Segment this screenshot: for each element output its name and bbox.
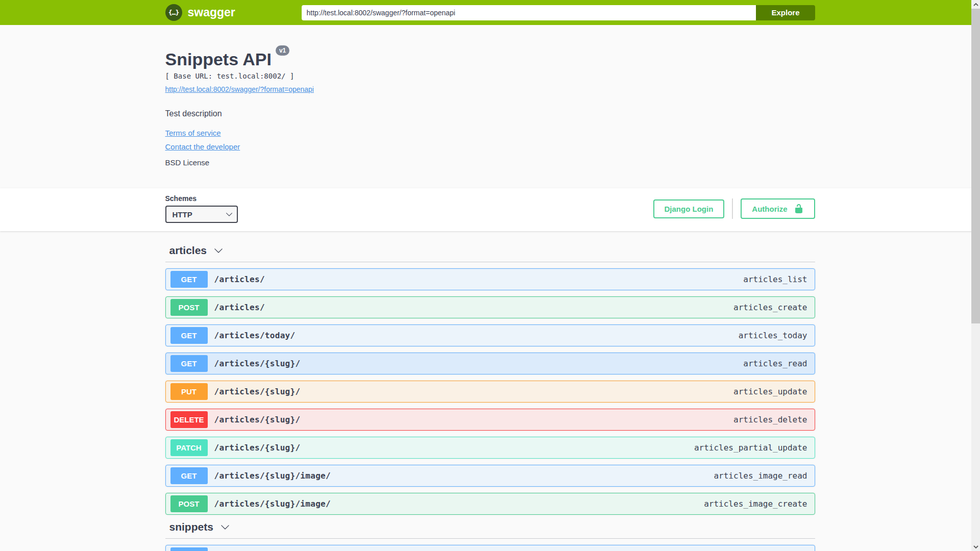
topbar: {…} swagger Explore: [0, 0, 980, 25]
page-title: Snippets API: [165, 49, 272, 69]
spec-link[interactable]: http://test.local:8002/swagger/?format=o…: [165, 85, 314, 93]
tag-name: articles: [169, 244, 207, 257]
method-badge: GET: [170, 327, 208, 344]
operation-row[interactable]: GET /snippets/ snippets_list: [165, 545, 815, 551]
operation-id: articles_read: [743, 359, 807, 368]
base-url-text: [ Base URL: test.local:8002/ ]: [165, 72, 815, 80]
scheme-select[interactable]: HTTP: [165, 206, 238, 223]
api-description: Test description: [165, 109, 815, 118]
tag-name: snippets: [169, 521, 213, 533]
operation-id: articles_update: [733, 387, 807, 396]
method-badge: GET: [170, 467, 208, 484]
chevron-down-icon: [220, 522, 230, 532]
api-info-section: Snippets APIv1 [ Base URL: test.local:80…: [0, 25, 980, 188]
operation-id: articles_create: [733, 303, 807, 312]
scroll-down-arrow-icon[interactable]: [971, 542, 980, 551]
operation-path: /articles/today/: [214, 331, 296, 340]
auth-wrapper: Django Login Authorize: [653, 198, 815, 219]
scrollbar-thumb[interactable]: [971, 9, 980, 323]
operation-id: articles_image_create: [704, 499, 807, 509]
operation-row[interactable]: POST /articles/{slug}/image/ articles_im…: [165, 493, 815, 515]
operation-row[interactable]: PUT /articles/{slug}/ articles_update: [165, 381, 815, 403]
terms-of-service-link[interactable]: Terms of service: [165, 129, 221, 137]
django-login-button[interactable]: Django Login: [653, 199, 725, 218]
authorize-label: Authorize: [752, 205, 787, 213]
vertical-scrollbar: [971, 0, 980, 551]
tag-section-header[interactable]: articles: [165, 244, 815, 262]
swagger-logo-icon: {…}: [165, 4, 182, 21]
method-badge: GET: [170, 355, 208, 372]
operation-row[interactable]: DELETE /articles/{slug}/ articles_delete: [165, 409, 815, 431]
operation-path: /articles/{slug}/: [214, 359, 301, 368]
explore-button[interactable]: Explore: [756, 5, 815, 20]
scheme-section: Schemes HTTP Django Login Authorize: [0, 188, 980, 231]
operation-row[interactable]: PATCH /articles/{slug}/ articles_partial…: [165, 437, 815, 459]
unlock-icon: [794, 204, 804, 214]
tag-section: snippets GET /snippets/ snippets_list: [165, 521, 815, 551]
method-badge: PUT: [170, 383, 208, 400]
operation-id: articles_image_read: [714, 471, 807, 481]
method-badge: GET: [170, 271, 208, 288]
authorize-button[interactable]: Authorize: [741, 198, 815, 219]
operation-row[interactable]: POST /articles/ articles_create: [165, 296, 815, 318]
django-login-label: Django Login: [665, 205, 714, 213]
operation-id: articles_partial_update: [694, 443, 807, 453]
spec-url-form: Explore: [302, 5, 815, 20]
method-badge: POST: [170, 299, 208, 316]
method-badge: PATCH: [170, 439, 208, 456]
auth-divider: [732, 198, 733, 219]
operation-path: /articles/: [214, 274, 265, 284]
chevron-down-icon: [214, 246, 223, 255]
schemes-label: Schemes: [165, 194, 238, 203]
operation-row[interactable]: GET /articles/today/ articles_today: [165, 324, 815, 346]
scheme-select-wrap: HTTP: [165, 206, 238, 223]
operation-path: /articles/{slug}/: [214, 415, 301, 424]
operation-row[interactable]: GET /articles/{slug}/ articles_read: [165, 353, 815, 374]
operation-id: articles_list: [743, 274, 807, 284]
tag-section: articles GET /articles/ articles_list PO…: [165, 244, 815, 515]
spec-url-input[interactable]: [302, 5, 756, 20]
operations-list: articles GET /articles/ articles_list PO…: [165, 231, 815, 551]
version-badge: v1: [276, 45, 289, 56]
operation-row[interactable]: GET /articles/{slug}/image/ articles_ima…: [165, 465, 815, 487]
tag-section-header[interactable]: snippets: [165, 521, 815, 539]
license-text: BSD License: [165, 158, 815, 167]
operation-path: /articles/: [214, 303, 265, 312]
brand-title: swagger: [188, 6, 235, 19]
method-badge: DELETE: [170, 411, 208, 428]
scroll-up-arrow-icon[interactable]: [971, 0, 980, 9]
operation-path: /articles/{slug}/: [214, 443, 301, 453]
operation-id: articles_delete: [733, 415, 807, 424]
operation-row[interactable]: GET /articles/ articles_list: [165, 268, 815, 290]
swagger-logo-link[interactable]: {…} swagger: [165, 4, 302, 21]
method-badge: POST: [170, 495, 208, 512]
contact-developer-link[interactable]: Contact the developer: [165, 142, 240, 151]
operation-id: articles_today: [739, 331, 807, 340]
method-badge: GET: [170, 547, 208, 551]
operation-path: /articles/{slug}/image/: [214, 499, 331, 509]
operation-path: /articles/{slug}/: [214, 387, 301, 396]
operation-path: /articles/{slug}/image/: [214, 471, 331, 481]
